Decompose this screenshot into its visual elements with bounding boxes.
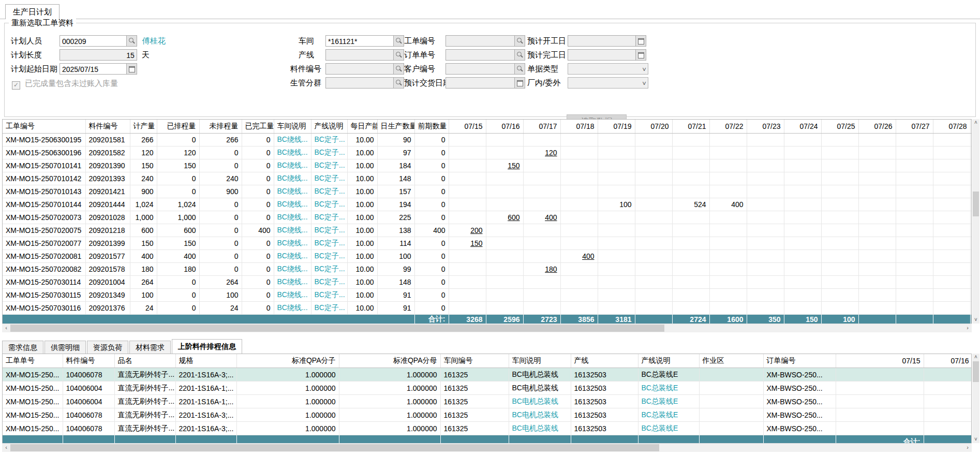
date-cell[interactable] [560, 224, 598, 237]
date-cell[interactable] [486, 250, 523, 263]
date-cell[interactable] [598, 146, 635, 159]
date-cell[interactable] [672, 211, 709, 224]
line-cell[interactable]: BC定子... [311, 159, 347, 172]
scheduled-date-cell[interactable]: 200 [449, 224, 486, 237]
scheduled-qty-cell[interactable]: 0 [157, 185, 199, 198]
date-cell[interactable] [672, 289, 709, 302]
workshop-cell[interactable]: BC绕线... [274, 134, 311, 146]
bottom-tab-item[interactable]: 供需明细 [44, 341, 86, 354]
item-name-cell[interactable]: 直流无刷外转子... [114, 368, 175, 381]
previous-qty-cell[interactable]: 0 [414, 276, 449, 289]
daily-production-cell[interactable]: 91 [377, 289, 414, 302]
date-cell[interactable] [821, 134, 858, 146]
date-cell[interactable] [449, 172, 486, 185]
line-link[interactable]: BC定子... [315, 187, 345, 195]
date-cell[interactable] [784, 224, 821, 237]
date-cell[interactable] [747, 172, 784, 185]
plan-qty-cell[interactable]: 150 [130, 159, 157, 172]
date-cell[interactable] [523, 302, 560, 315]
date-cell[interactable] [821, 211, 858, 224]
date-cell[interactable] [896, 172, 933, 185]
scheduled-qty-cell[interactable]: 1,000 [157, 211, 199, 224]
plan-qty-cell[interactable]: 120 [130, 146, 157, 159]
date-cell[interactable] [635, 211, 672, 224]
line-cell[interactable]: BC定子... [311, 250, 347, 263]
unscheduled-qty-cell[interactable]: 0 [199, 211, 242, 224]
mo-number-cell[interactable]: XM-MO15-2506300195 [3, 134, 85, 146]
line-link[interactable]: BC定子... [315, 135, 345, 143]
date-cell[interactable] [486, 134, 523, 146]
date-cell[interactable] [821, 198, 858, 211]
workshop-cell[interactable]: BC绕线... [274, 211, 311, 224]
line-no-cell[interactable]: 16132503 [571, 422, 638, 435]
date-cell[interactable] [896, 159, 933, 172]
date-cell[interactable] [784, 276, 821, 289]
date-cell[interactable] [635, 289, 672, 302]
date-cell[interactable] [821, 250, 858, 263]
part-number-cell[interactable]: 104006004 [63, 395, 114, 408]
date-cell[interactable] [598, 185, 635, 198]
scheduled-qty-cell[interactable]: 150 [157, 237, 199, 250]
mo-number-cell[interactable]: XM-MO15-250... [3, 422, 63, 435]
date-cell[interactable] [933, 263, 970, 276]
plan-finish-day-input[interactable] [568, 49, 646, 61]
workshop-no-cell[interactable]: 161325 [440, 408, 509, 422]
date-cell[interactable] [598, 134, 635, 146]
date-cell[interactable] [672, 159, 709, 172]
date-cell[interactable] [821, 172, 858, 185]
delivery-date-picker-button[interactable] [514, 78, 525, 88]
plan-qty-cell[interactable]: 240 [130, 172, 157, 185]
date-cell[interactable] [709, 172, 747, 185]
line-cell[interactable]: BC定子... [311, 276, 347, 289]
date-cell[interactable] [449, 134, 486, 146]
workshop-cell[interactable]: BC绕线... [274, 276, 311, 289]
date-cell[interactable] [858, 198, 896, 211]
previous-qty-cell[interactable]: 400 [414, 224, 449, 237]
date-cell[interactable] [858, 211, 896, 224]
daily-capacity-cell[interactable]: 10.00 [347, 211, 377, 224]
mo-number-cell[interactable]: XM-MO15-2507010141 [3, 159, 85, 172]
plan-start-day-picker-button[interactable] [635, 36, 646, 46]
date-cell[interactable] [836, 408, 924, 422]
daily-production-cell[interactable]: 97 [377, 146, 414, 159]
unscheduled-qty-cell[interactable]: 100 [199, 289, 242, 302]
date-cell[interactable] [933, 185, 970, 198]
mo-number-cell[interactable]: XM-MO15-2507010142 [3, 172, 85, 185]
mo-number-cell[interactable]: XM-MO15-250... [3, 408, 63, 422]
date-cell[interactable] [560, 172, 598, 185]
date-cell[interactable] [784, 263, 821, 276]
date-cell[interactable] [924, 381, 972, 395]
date-cell[interactable] [747, 289, 784, 302]
date-cell[interactable] [486, 172, 523, 185]
date-cell[interactable] [784, 134, 821, 146]
date-cell[interactable] [560, 211, 598, 224]
date-cell[interactable] [784, 302, 821, 315]
date-cell[interactable] [858, 237, 896, 250]
plan-qty-cell[interactable]: 150 [130, 237, 157, 250]
planning-group-input[interactable] [325, 77, 404, 89]
workshop-link[interactable]: BC电机总装线 [512, 410, 558, 419]
date-cell[interactable] [836, 381, 924, 395]
line-cell[interactable]: BC总装线E [638, 395, 699, 408]
date-cell[interactable] [523, 198, 560, 211]
workshop-cell[interactable]: BC绕线... [274, 159, 311, 172]
date-cell[interactable] [784, 198, 821, 211]
sales-order-lookup-button[interactable] [514, 50, 525, 60]
spec-cell[interactable]: 2201-1S16A-3;... [175, 368, 236, 381]
daily-production-cell[interactable]: 225 [377, 211, 414, 224]
qpa-denominator-cell[interactable]: 1.000000 [339, 422, 440, 435]
daily-production-cell[interactable]: 90 [377, 134, 414, 146]
sales-order-cell[interactable]: XM-BWSO-250... [763, 422, 836, 435]
date-cell[interactable] [821, 224, 858, 237]
mo-number-cell[interactable]: XM-MO15-2507020081 [3, 250, 85, 263]
date-cell[interactable] [858, 302, 896, 315]
mo-number-input[interactable] [446, 35, 525, 47]
date-cell[interactable] [560, 146, 598, 159]
unscheduled-qty-cell[interactable]: 900 [199, 185, 242, 198]
part-number-cell[interactable]: 209201028 [85, 211, 130, 224]
spec-cell[interactable]: 2201-1S16A-1;... [175, 381, 236, 395]
workshop-cell[interactable]: BC绕线... [274, 146, 311, 159]
unscheduled-qty-cell[interactable]: 0 [199, 250, 242, 263]
date-cell[interactable] [709, 146, 747, 159]
date-cell[interactable] [784, 237, 821, 250]
